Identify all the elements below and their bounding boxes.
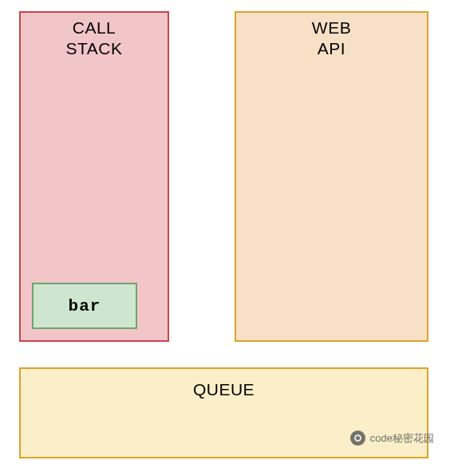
web-api-box: WEB API (235, 11, 428, 342)
call-stack-title-line1: CALL (73, 18, 116, 37)
stack-frame-label: bar (69, 297, 101, 315)
wechat-icon (350, 430, 365, 446)
watermark: code秘密花园 (350, 430, 434, 446)
watermark-text: code秘密花园 (370, 431, 434, 446)
stack-frame: bar (32, 283, 137, 329)
call-stack-title-line2: STACK (66, 39, 123, 58)
event-loop-diagram: CALL STACK bar WEB API QUEUE code秘密花园 (0, 0, 450, 476)
web-api-title-line2: API (318, 39, 345, 58)
call-stack-box: CALL STACK bar (19, 11, 169, 342)
web-api-title-line1: WEB (312, 18, 351, 37)
queue-title: QUEUE (21, 380, 427, 399)
call-stack-title: CALL STACK (21, 18, 168, 60)
web-api-title: WEB API (236, 18, 427, 60)
